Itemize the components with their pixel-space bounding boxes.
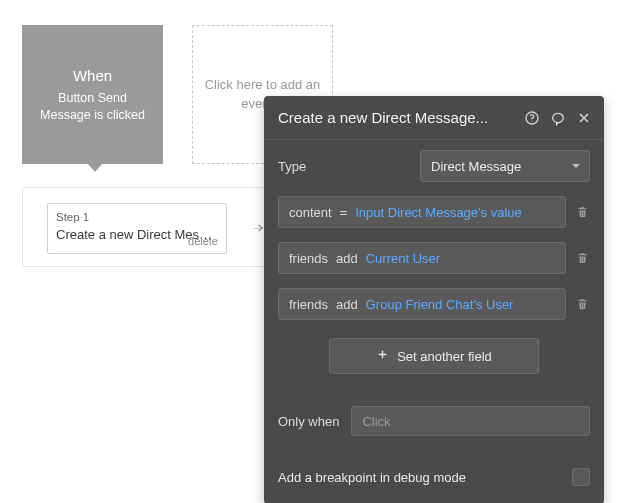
field-row: friends add Current User [278, 242, 590, 274]
field-op: add [336, 251, 358, 266]
step-number-label: Step 1 [56, 210, 218, 226]
close-icon[interactable] [576, 110, 592, 126]
field-lhs: content [289, 205, 332, 220]
field-row: content = Input Direct Message's value [278, 196, 590, 228]
chevron-down-icon [571, 161, 581, 171]
breakpoint-row: Add a breakpoint in debug mode [278, 468, 590, 490]
comment-icon[interactable] [550, 110, 566, 126]
panel-header: Create a new Direct Message... [264, 96, 604, 140]
type-select-value: Direct Message [431, 159, 521, 174]
breakpoint-toggle[interactable] [572, 468, 590, 486]
field-val: Current User [366, 251, 440, 266]
breakpoint-label: Add a breakpoint in debug mode [278, 470, 466, 485]
trigger-when-label: When [73, 65, 112, 86]
field-chip[interactable]: friends add Current User [278, 242, 566, 274]
field-val: Input Direct Message's value [355, 205, 522, 220]
svg-point-1 [531, 120, 532, 121]
workflow-trigger-block[interactable]: When Button Send Message is clicked [22, 25, 163, 164]
type-select[interactable]: Direct Message [420, 150, 590, 182]
panel-body: Type Direct Message content = Input Dire… [264, 140, 604, 503]
type-label: Type [278, 159, 306, 174]
properties-panel: Create a new Direct Message... Type Dire… [264, 96, 604, 503]
trigger-description: Button Send Message is clicked [32, 90, 153, 124]
field-chip[interactable]: content = Input Direct Message's value [278, 196, 566, 228]
only-when-input[interactable] [351, 406, 590, 436]
field-op: = [340, 205, 348, 220]
field-row: friends add Group Friend Chat's User [278, 288, 590, 320]
field-val: Group Friend Chat's User [366, 297, 514, 312]
plus-icon [376, 348, 389, 364]
set-another-label: Set another field [397, 349, 492, 364]
trigger-pointer [88, 164, 102, 172]
trash-icon[interactable] [574, 297, 590, 311]
panel-title: Create a new Direct Message... [278, 109, 524, 126]
trash-icon[interactable] [574, 251, 590, 265]
only-when-label: Only when [278, 414, 339, 429]
only-when-row: Only when [278, 406, 590, 436]
field-lhs: friends [289, 251, 328, 266]
set-another-field-button[interactable]: Set another field [329, 338, 539, 374]
field-lhs: friends [289, 297, 328, 312]
help-icon[interactable] [524, 110, 540, 126]
arrow-right-icon [251, 221, 265, 235]
field-chip[interactable]: friends add Group Friend Chat's User [278, 288, 566, 320]
type-row: Type Direct Message [278, 150, 590, 182]
trash-icon[interactable] [574, 205, 590, 219]
field-op: add [336, 297, 358, 312]
step-delete-link[interactable]: delete [188, 234, 218, 249]
step-card[interactable]: Step 1 Create a new Direct Message... de… [47, 203, 227, 254]
